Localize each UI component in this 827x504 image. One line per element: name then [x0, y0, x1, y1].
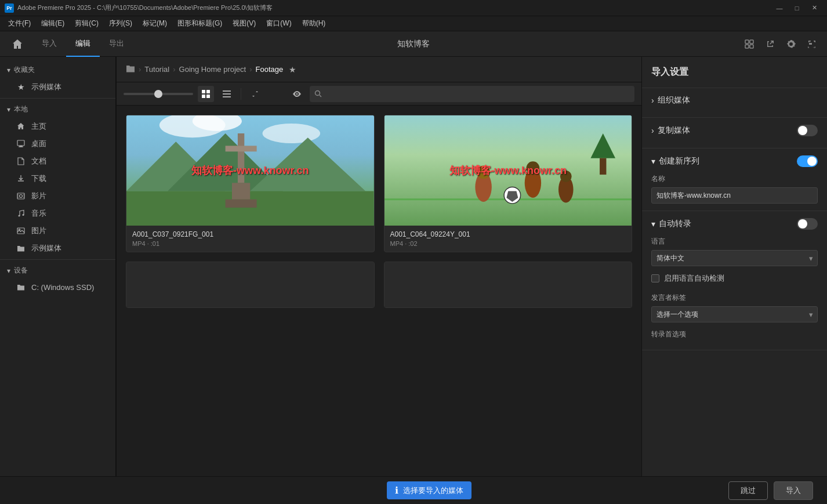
picture-icon	[16, 226, 26, 235]
language-label: 语言	[651, 237, 818, 246]
svg-point-23	[296, 93, 298, 95]
sort-button[interactable]	[247, 86, 263, 102]
sidebar-item-movies[interactable]: 影片	[0, 187, 115, 205]
right-panel: 导入设置 › 组织媒体 › 复制媒体	[641, 57, 827, 476]
media-duration-1: :01	[151, 240, 159, 247]
sidebar-section-devices[interactable]: ▾ 设备	[0, 262, 115, 279]
menu-view[interactable]: 视图(V)	[228, 17, 260, 30]
import-button[interactable]: 导入	[774, 481, 813, 500]
home-icon	[16, 122, 26, 131]
toolbar	[117, 82, 641, 106]
organize-label: 组织媒体	[658, 95, 690, 106]
name-label: 名称	[651, 174, 818, 184]
transcription-header[interactable]: ▾ 自动转录	[651, 218, 818, 230]
tab-bar: 导入 编辑 导出 知软博客	[0, 31, 827, 57]
breadcrumb-star-icon[interactable]: ★	[289, 65, 296, 74]
menu-file[interactable]: 文件(F)	[3, 17, 35, 30]
app-icon: Pr	[5, 3, 14, 13]
sidebar-item-documents[interactable]: 文档	[0, 153, 115, 170]
filter-button[interactable]	[268, 86, 284, 102]
add-panel-icon[interactable]	[741, 36, 757, 52]
copy-header[interactable]: › 复制媒体	[651, 125, 818, 136]
bottom-buttons: 跳过 导入	[728, 481, 813, 500]
media-card-4[interactable]	[384, 262, 633, 308]
skip-button[interactable]: 跳过	[728, 481, 768, 500]
sidebar-item-music[interactable]: 音乐	[0, 205, 115, 222]
slider-thumb	[154, 90, 162, 98]
menu-sequence[interactable]: 序列(S)	[104, 17, 137, 30]
media-meta-2: MP4 · :02	[390, 240, 626, 247]
minimize-button[interactable]: —	[771, 0, 788, 16]
chevron-down-sequence: ▾	[651, 157, 655, 166]
maximize-button[interactable]: □	[789, 0, 805, 16]
copy-title: › 复制媒体	[651, 125, 690, 136]
download-icon	[16, 174, 26, 183]
media-card-3[interactable]	[126, 262, 375, 308]
svg-point-41	[477, 165, 490, 179]
breadcrumb-project[interactable]: Going Home project	[179, 65, 246, 74]
svg-rect-48	[600, 158, 606, 175]
sidebar-item-windows-ssd[interactable]: C: (Windows SSD)	[0, 279, 115, 295]
settings-icon[interactable]	[783, 36, 799, 52]
create-sequence-header[interactable]: ▾ 创建新序列	[651, 155, 818, 167]
grid-view-button[interactable]	[198, 86, 214, 102]
sidebar-item-favorites[interactable]: ★ 示例媒体	[0, 78, 115, 96]
sequence-name-input[interactable]	[651, 187, 818, 204]
sequence-toggle[interactable]	[797, 155, 818, 167]
speaker-select-wrapper: 选择一个选项	[651, 306, 818, 322]
copy-label: 复制媒体	[658, 125, 690, 136]
chevron-down-icon-local: ▾	[7, 106, 10, 114]
media-type-2: MP4	[390, 240, 404, 247]
media-type-1: MP4	[132, 240, 146, 247]
sidebar-item-downloads[interactable]: 下载	[0, 170, 115, 187]
speaker-label: 发言者标签	[651, 293, 818, 303]
svg-rect-4	[17, 140, 24, 146]
organize-header[interactable]: › 组织媒体	[651, 95, 818, 106]
menu-help[interactable]: 帮助(H)	[298, 17, 331, 30]
breadcrumb-sep-2: ›	[173, 65, 175, 74]
sidebar-item-desktop[interactable]: 桌面	[0, 135, 115, 153]
list-view-button[interactable]	[219, 86, 235, 102]
sidebar-section-local[interactable]: ▾ 本地	[0, 101, 115, 118]
sidebar-item-sample-media[interactable]: 示例媒体	[0, 240, 115, 257]
tab-export[interactable]: 导出	[100, 31, 133, 57]
sidebar-item-pictures[interactable]: 图片	[0, 222, 115, 240]
breadcrumb-tutorial[interactable]: Tutorial	[144, 65, 169, 74]
expand-icon[interactable]	[804, 36, 820, 52]
menu-bar: 文件(F) 编辑(E) 剪辑(C) 序列(S) 标记(M) 图形和标题(G) 视…	[0, 16, 827, 31]
title-bar-left: Pr Adobe Premiere Pro 2025 - C:\用户\10755…	[5, 3, 273, 13]
chevron-down-icon-devices: ▾	[7, 267, 10, 275]
search-box[interactable]	[310, 86, 634, 102]
menu-graphics[interactable]: 图形和标题(G)	[173, 17, 227, 30]
speaker-select[interactable]: 选择一个选项	[651, 306, 818, 322]
bottom-bar: ℹ 选择要导入的媒体 跳过 导入	[0, 476, 827, 504]
tab-home[interactable]	[7, 34, 28, 55]
size-slider[interactable]	[124, 93, 193, 95]
close-button[interactable]: ✕	[806, 0, 822, 16]
media-card-1[interactable]: 知软博客-www.knowr.cn A001_C037_0921FG_001 M…	[126, 115, 375, 252]
drive-icon	[16, 282, 26, 292]
sidebar-section-collections[interactable]: ▾ 收藏夹	[0, 61, 115, 78]
desktop-label: 桌面	[31, 139, 46, 149]
local-label: 本地	[14, 104, 28, 114]
menu-clip[interactable]: 剪辑(C)	[70, 17, 103, 30]
transcription-toggle[interactable]	[797, 218, 818, 230]
sample-media-label: 示例媒体	[31, 243, 61, 253]
language-select[interactable]: 简体中文	[651, 250, 818, 266]
breadcrumb-bar: › Tutorial › Going Home project › Footag…	[117, 57, 641, 82]
svg-rect-19	[206, 95, 210, 98]
share-icon[interactable]	[762, 36, 778, 52]
home-label: 主页	[31, 121, 46, 132]
menu-edit[interactable]: 编辑(E)	[37, 17, 69, 30]
tab-edit[interactable]: 编辑	[66, 31, 100, 57]
auto-detect-row: 启用语言自动检测	[651, 273, 818, 284]
menu-marker[interactable]: 标记(M)	[138, 17, 172, 30]
sidebar-item-home[interactable]: 主页	[0, 118, 115, 135]
copy-toggle[interactable]	[797, 125, 818, 136]
media-card-2[interactable]: 知软博客-www.knowr.cn A001_C064_09224Y_001 M…	[384, 115, 633, 252]
menu-window[interactable]: 窗口(W)	[262, 17, 296, 30]
auto-detect-checkbox[interactable]	[651, 274, 659, 282]
visibility-button[interactable]	[289, 86, 305, 102]
search-input[interactable]	[324, 90, 630, 98]
tab-import[interactable]: 导入	[32, 31, 66, 57]
